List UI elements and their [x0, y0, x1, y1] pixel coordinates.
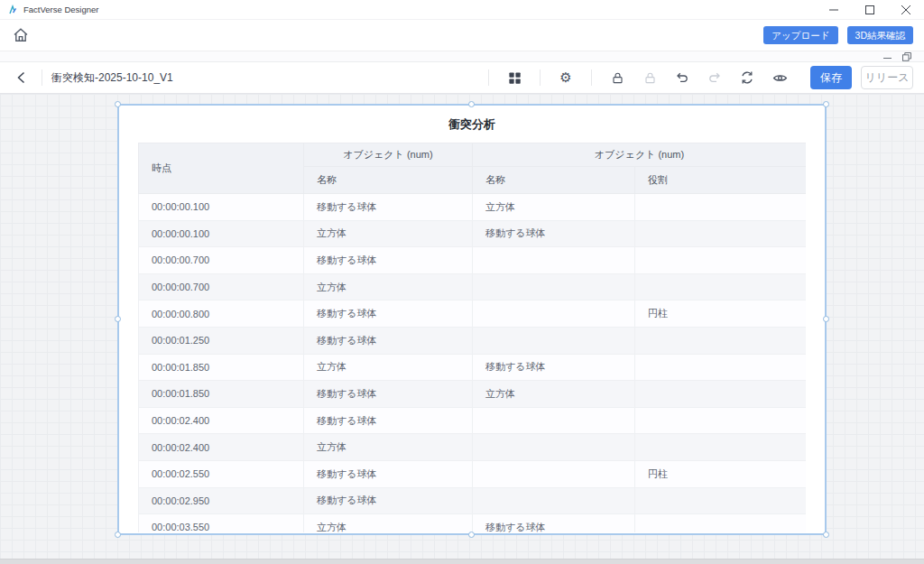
table-cell: 移動する球体: [473, 514, 635, 532]
collision-table-body: 00:00:00.100移動する球体立方体00:00:00.100立方体移動する…: [139, 194, 807, 533]
table-cell: [473, 434, 635, 461]
back-button[interactable]: [11, 67, 32, 88]
widget-selection-frame: 衝突分析 時点 オブジェクト (num) オブジェクト (num) 名称 名称: [117, 104, 827, 535]
minimize-icon[interactable]: [816, 0, 852, 20]
save-button[interactable]: 保存: [810, 66, 852, 89]
selection-handle-top-right[interactable]: [823, 101, 829, 107]
table-row: 00:00:03.550立方体移動する球体: [139, 514, 807, 532]
table-cell: [473, 487, 635, 514]
column-header-name-1: 名称: [304, 167, 473, 194]
table-cell: 立方体: [304, 434, 473, 461]
table-cell: [473, 407, 635, 434]
table-cell: 移動する球体: [304, 381, 473, 408]
back-icon: [15, 71, 28, 84]
table-cell: 00:00:02.400: [139, 407, 304, 434]
window-minimize-icon[interactable]: [883, 52, 892, 60]
lock-button[interactable]: [605, 66, 630, 89]
table-row: 00:00:00.100移動する球体立方体: [139, 194, 807, 221]
selection-handle-top-center[interactable]: [468, 101, 475, 107]
table-row: 00:00:00.700移動する球体: [139, 247, 807, 274]
column-header-name-2: 名称: [473, 167, 635, 194]
table-cell: [635, 327, 807, 354]
document-title[interactable]: 衝突検知-2025-10-10_V1: [51, 70, 173, 86]
table-cell: 円柱: [635, 300, 807, 328]
table-row: 00:00:00.800移動する球体円柱: [139, 300, 807, 328]
column-header-time: 時点: [139, 143, 304, 194]
selection-handle-middle-right[interactable]: [823, 316, 829, 322]
table-cell: 移動する球体: [304, 327, 473, 354]
blocks-icon: [508, 71, 522, 85]
table-cell: [473, 273, 635, 300]
editor-toolbar: 衝突検知-2025-10-10_V1 ⚙: [0, 62, 924, 94]
lock-disabled-icon: [643, 71, 657, 85]
table-row: 00:00:01.250移動する球体: [139, 327, 807, 354]
table-cell: 移動する球体: [304, 300, 473, 328]
table-cell: [635, 407, 807, 434]
blocks-button[interactable]: [502, 66, 527, 89]
table-cell: [635, 247, 807, 274]
home-icon: [12, 26, 30, 44]
widget-title: 衝突分析: [119, 116, 825, 133]
collision-table-widget[interactable]: 衝突分析 時点 オブジェクト (num) オブジェクト (num) 名称 名称: [119, 106, 825, 533]
column-group-object-2: オブジェクト (num): [473, 143, 807, 167]
header-buttons: アップロード 3D結果確認: [763, 26, 915, 45]
table-cell: 00:00:00.800: [139, 300, 304, 328]
table-cell: [635, 354, 807, 381]
settings-button[interactable]: ⚙: [553, 66, 578, 89]
table-cell: [635, 273, 807, 300]
app-title: FactVerse Designer: [23, 5, 98, 14]
table-cell: 移動する球体: [473, 220, 635, 247]
table-cell: 00:00:00.100: [139, 194, 304, 221]
table-row: 00:00:02.400移動する球体: [139, 407, 807, 434]
table-cell: [473, 327, 635, 354]
window-restore-icon[interactable]: [902, 52, 911, 61]
app-header: アップロード 3D結果確認: [0, 20, 924, 51]
toolbar-divider: [42, 69, 42, 86]
toolbar-divider: [540, 69, 541, 86]
refresh-button[interactable]: [735, 66, 760, 89]
release-button[interactable]: リリース: [861, 66, 913, 89]
table-cell: 立方体: [473, 194, 635, 221]
column-group-object-1: オブジェクト (num): [304, 143, 473, 167]
gear-icon: ⚙: [559, 71, 571, 85]
table-row: 00:00:00.100立方体移動する球体: [139, 220, 807, 247]
table-cell: 立方体: [304, 273, 473, 300]
preview-button[interactable]: [767, 66, 792, 89]
table-cell: 移動する球体: [304, 460, 473, 487]
table-cell: 00:00:00.700: [139, 247, 304, 274]
redo-icon: [707, 70, 722, 85]
table-cell: [635, 220, 807, 247]
eye-icon: [772, 70, 788, 86]
selection-handle-bottom-right[interactable]: [823, 532, 829, 538]
design-canvas[interactable]: 衝突分析 時点 オブジェクト (num) オブジェクト (num) 名称 名称: [0, 94, 924, 564]
table-cell: [473, 460, 635, 487]
table-cell: [635, 194, 807, 221]
selection-handle-middle-left[interactable]: [115, 316, 121, 322]
selection-handle-bottom-center[interactable]: [468, 532, 475, 538]
table-cell: 00:00:01.850: [139, 354, 304, 381]
table-cell: 00:00:02.950: [139, 487, 304, 514]
table-cell: 00:00:01.250: [139, 327, 304, 354]
maximize-icon[interactable]: [852, 0, 888, 20]
close-icon[interactable]: [888, 0, 924, 20]
view-3d-results-button[interactable]: 3D結果確認: [847, 26, 913, 45]
toolbar-actions: ⚙: [479, 66, 913, 89]
redo-button[interactable]: [702, 66, 727, 89]
table-cell: [635, 381, 807, 408]
table-header: 時点 オブジェクト (num) オブジェクト (num) 名称 名称 役割: [139, 143, 807, 194]
table-row: 00:00:01.850移動する球体立方体: [139, 381, 807, 408]
home-button[interactable]: [9, 23, 32, 47]
collision-table: 時点 オブジェクト (num) オブジェクト (num) 名称 名称 役割 00…: [138, 143, 806, 532]
column-header-role: 役割: [635, 167, 807, 194]
table-cell: 立方体: [304, 514, 473, 532]
table-cell: 00:00:00.100: [139, 220, 304, 247]
selection-handle-bottom-left[interactable]: [115, 532, 121, 538]
unlock-button[interactable]: [637, 66, 662, 89]
upload-button[interactable]: アップロード: [763, 26, 837, 45]
selection-handle-top-left[interactable]: [115, 101, 121, 107]
table-row: 00:00:01.850立方体移動する球体: [139, 354, 807, 381]
table-row: 00:00:00.700立方体: [139, 273, 807, 300]
table-cell: 00:00:01.850: [139, 381, 304, 408]
undo-button[interactable]: [670, 66, 695, 89]
titlebar: FactVerse Designer: [0, 0, 924, 20]
